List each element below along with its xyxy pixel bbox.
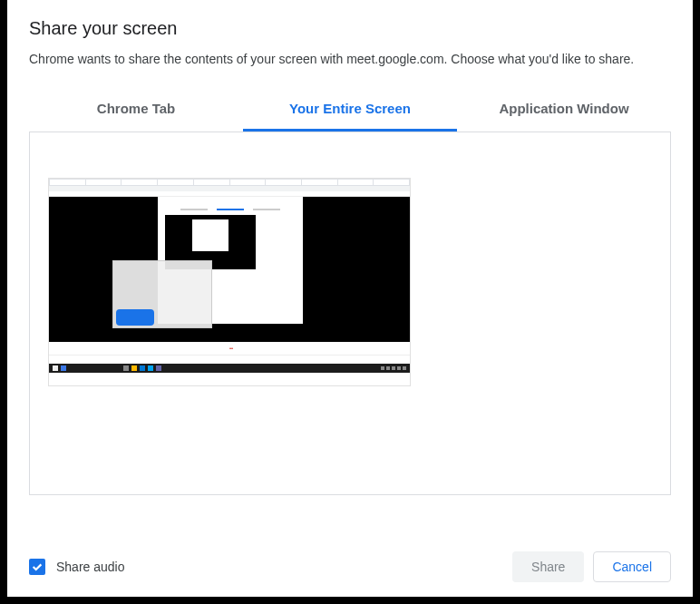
thumb-side-panel bbox=[112, 260, 212, 328]
checkbox-icon bbox=[29, 559, 45, 575]
screen-thumbnail[interactable]: •• bbox=[48, 178, 411, 386]
checkbox-label: Share audio bbox=[56, 560, 125, 574]
tab-chrome-tab[interactable]: Chrome Tab bbox=[29, 88, 243, 132]
tab-entire-screen[interactable]: Your Entire Screen bbox=[243, 88, 457, 132]
tab-application-window[interactable]: Application Window bbox=[457, 88, 671, 132]
share-screen-dialog: Share your screen Chrome wants to share … bbox=[7, 0, 693, 597]
thumb-taskbar bbox=[49, 364, 410, 373]
dialog-title: Share your screen bbox=[29, 18, 671, 39]
share-audio-checkbox[interactable]: Share audio bbox=[29, 559, 125, 575]
cancel-button[interactable]: Cancel bbox=[593, 551, 671, 582]
thumb-browser-tabs bbox=[49, 179, 410, 186]
share-button[interactable]: Share bbox=[512, 551, 584, 582]
footer-buttons: Share Cancel bbox=[512, 551, 671, 582]
thumb-content bbox=[49, 197, 410, 342]
dialog-subtitle: Chrome wants to share the contents of yo… bbox=[29, 52, 671, 66]
tab-bar: Chrome Tab Your Entire Screen Applicatio… bbox=[29, 88, 671, 132]
thumb-footer: •• bbox=[49, 342, 410, 355]
dialog-footer: Share audio Share Cancel bbox=[29, 533, 671, 582]
preview-area: •• bbox=[29, 132, 671, 495]
